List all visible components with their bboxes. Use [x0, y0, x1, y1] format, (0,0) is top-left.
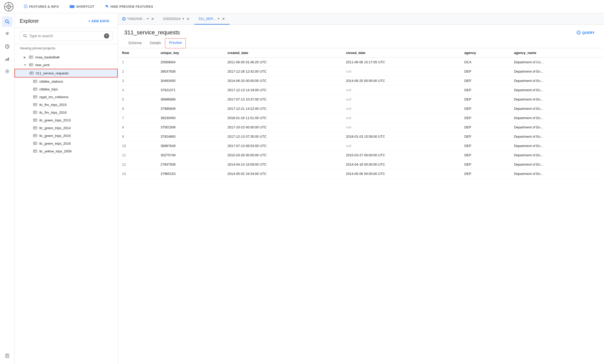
tab-schema[interactable]: Schema	[124, 38, 146, 48]
table-row: 1205690042011-06-05 01:46:20 UTC2011-06-…	[118, 58, 604, 67]
tab-unsaved[interactable]: *UNSAVE... ▼ ✕	[118, 14, 159, 25]
tree-item-nypd[interactable]: nypd_mv_collisions	[14, 93, 118, 101]
tree-item-label: tlc_fhv_trips_2015	[39, 103, 67, 107]
sub-tabs: Schema Details Preview	[118, 38, 604, 48]
search-nav-icon[interactable]	[2, 17, 12, 27]
table-row: 10366876492017-07-13 08:53:00 UTCnullDEP…	[118, 141, 604, 151]
tree-item-tlc-green-2015[interactable]: tlc_green_trips_2015	[14, 132, 118, 140]
tab-dropdown-icon[interactable]: ▼	[146, 17, 149, 20]
tab-311-ser[interactable]: 311_SER... ▼ ✕	[194, 14, 229, 25]
tree-item-tlc-fhv-2016[interactable]: tlc_fhv_trips_2016	[14, 109, 118, 116]
filter-nav-icon[interactable]	[2, 29, 12, 39]
cell-closed_date: null	[342, 67, 460, 76]
cell-agency_name: Department of En...	[510, 104, 604, 113]
table-icon	[33, 118, 37, 122]
hide-preview-nav[interactable]: HIDE PREVIEW FEATURES	[103, 4, 155, 10]
settings-nav-icon[interactable]	[2, 66, 12, 76]
search-icon	[23, 34, 27, 38]
tab-preview[interactable]: Preview	[165, 38, 186, 48]
cell-agency: DEP	[460, 160, 510, 169]
cell-agency_name: Department of En...	[510, 123, 604, 132]
svg-point-78	[578, 32, 579, 33]
tree-item-citibike-stations[interactable]: citibike_stations	[14, 78, 118, 85]
tree-item-citibike-trips[interactable]: citibike_trips	[14, 85, 118, 93]
cell-row: 5	[118, 95, 156, 104]
query-icon	[577, 30, 581, 35]
explorer-header: Explorer + ADD DATA	[14, 13, 118, 28]
cell-unique_key: 38230450	[156, 113, 223, 123]
report-nav-icon[interactable]	[2, 351, 12, 361]
chart-nav-icon[interactable]	[2, 54, 12, 64]
table-icon	[33, 141, 37, 145]
tab-close-icon[interactable]: ✕	[151, 16, 155, 21]
cell-agency_name: Department of En...	[510, 76, 604, 86]
svg-rect-51	[33, 111, 37, 114]
tree-item-label: ncaa_basketball	[35, 55, 59, 59]
dataset-icon	[29, 55, 33, 59]
svg-rect-39	[33, 88, 37, 90]
dataset-icon	[29, 63, 33, 67]
tab-dropdown-icon[interactable]: ▼	[182, 17, 185, 20]
cell-closed_date: 2014-05-06 00:00:00 UTC	[342, 169, 460, 179]
tree-item-311-service-requests[interactable]: 311_service_requests	[14, 69, 118, 78]
col-header-row: Row	[118, 48, 156, 58]
help-icon[interactable]: ?	[104, 33, 109, 38]
tab-dropdown-icon[interactable]: ▼	[217, 17, 220, 20]
tree-item-ncaa[interactable]: ▶ ncaa_basketball	[14, 53, 118, 61]
svg-rect-27	[29, 64, 33, 66]
tree-item-label: tlc_fhv_trips_2016	[39, 111, 67, 114]
cell-row: 10	[118, 141, 156, 151]
tree-item-tlc-green-2014[interactable]: tlc_green_trips_2014	[14, 124, 118, 132]
tree-item-tlc-green-2016[interactable]: tlc_green_trips_2016	[14, 140, 118, 147]
cell-unique_key: 30493450	[156, 76, 223, 86]
tree-area: ▶ ncaa_basketball ▼ new_york	[14, 52, 118, 364]
cell-created_date: 2017-12-28 12:42:00 UTC	[223, 67, 342, 76]
table-icon	[33, 87, 37, 91]
svg-rect-13	[5, 59, 6, 61]
cell-agency: DEP	[460, 113, 510, 123]
cell-agency_name: Department of En...	[510, 132, 604, 141]
add-data-button[interactable]: + ADD DATA	[85, 18, 113, 25]
col-header-unique-key: unique_key	[156, 48, 223, 58]
shortcut-nav[interactable]: ⌨ SHORTCUT	[67, 4, 96, 10]
data-table-wrap: Row unique_key created_date closed_date …	[118, 48, 604, 364]
tab-details[interactable]: Details	[146, 38, 165, 48]
cell-closed_date: null	[342, 141, 460, 151]
tab-close-icon[interactable]: ✕	[221, 16, 226, 21]
query-button[interactable]: QUERY	[573, 29, 598, 36]
cell-agency: DEP	[460, 76, 510, 86]
table-row: 9379248932017-12-13 07:35:00 UTC2018-01-…	[118, 132, 604, 141]
cell-row: 12	[118, 160, 156, 169]
history-nav-icon[interactable]	[2, 41, 12, 52]
cell-closed_date: 2011-06-06 15:17:05 UTC	[342, 58, 460, 67]
tab-close-icon[interactable]: ✕	[186, 16, 190, 21]
tree-item-new-york[interactable]: ▼ new_york	[14, 61, 118, 69]
table-icon	[33, 134, 37, 138]
tree-item-label: nypd_mv_collisions	[39, 95, 69, 99]
tree-item-tlc-fhv-2015[interactable]: tlc_fhv_trips_2015	[14, 101, 118, 109]
tree-item-tlc-green-2013[interactable]: tlc_green_trips_2013	[14, 116, 118, 124]
svg-point-16	[6, 71, 8, 72]
cell-row: 3	[118, 76, 156, 86]
tab-gsod2014[interactable]: GSOD2014 ▼ ✕	[159, 14, 194, 25]
cell-agency_name: Department of En...	[510, 113, 604, 123]
tree-item-label: citibike_trips	[39, 87, 58, 91]
tree-item-label: tlc_yellow_trips_2009	[39, 149, 71, 153]
cell-closed_date: 2018-01-03 15:58:00 UTC	[342, 132, 460, 141]
cell-created_date: 2017-07-13 10:37:00 UTC	[223, 95, 342, 104]
svg-line-7	[8, 22, 9, 24]
tree-item-label: tlc_green_trips_2014	[39, 126, 71, 130]
cell-unique_key: 36687649	[156, 141, 223, 151]
cell-row: 6	[118, 104, 156, 113]
search-input[interactable]	[29, 34, 102, 38]
cell-created_date: 2017-10-23 00:00:00 UTC	[223, 123, 342, 132]
cell-agency: DEP	[460, 132, 510, 141]
svg-rect-67	[33, 142, 37, 145]
cell-agency_name: Department of En...	[510, 86, 604, 95]
tree-item-tlc-yellow-2009[interactable]: tlc_yellow_trips_2009	[14, 147, 118, 155]
cell-row: 8	[118, 123, 156, 132]
cell-created_date: 2017-12-13 07:35:00 UTC	[223, 132, 342, 141]
features-info-nav[interactable]: ⓘ FEATURES & INFO	[22, 3, 61, 10]
table-row: 13279651532014-05-02 16:34:00 UTC2014-05…	[118, 169, 604, 179]
cell-closed_date: 2014-06-25 00:00:00 UTC	[342, 76, 460, 86]
